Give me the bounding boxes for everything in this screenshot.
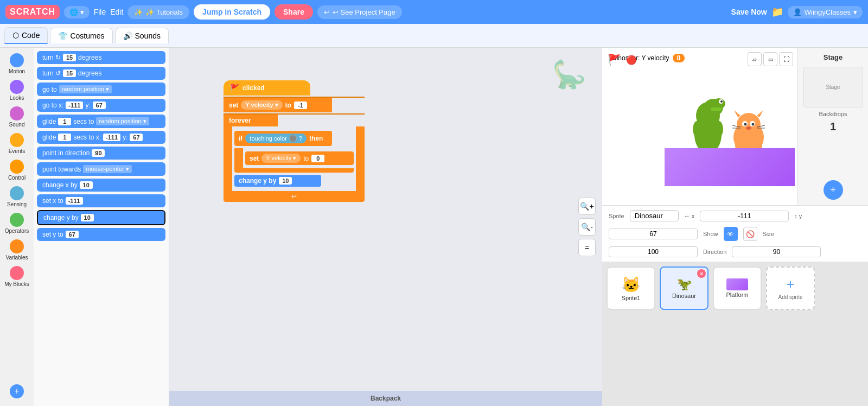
- set-y-velocity-0-block[interactable]: set Y velocity ▾ to 0: [245, 151, 354, 165]
- sprite-card-sprite1[interactable]: 🐱 Sprite1: [607, 267, 655, 310]
- block-turn-cw[interactable]: turn ↻ 15 degrees: [37, 51, 165, 64]
- turn-ccw-value[interactable]: 15: [63, 69, 76, 77]
- sprite-x-input[interactable]: [700, 211, 789, 221]
- sprite-card-dinosaur[interactable]: ✕ 🦖 Dinosaur: [660, 267, 709, 310]
- y-velocity-dropdown[interactable]: Y velocity ▾: [241, 100, 282, 110]
- add-extension-button[interactable]: +: [2, 382, 32, 401]
- y-velocity-val[interactable]: -1: [294, 101, 307, 109]
- forever-block[interactable]: forever: [224, 115, 278, 126]
- go-to-y-value[interactable]: 67: [93, 101, 106, 109]
- block-turn-ccw[interactable]: turn ↺ 15 degrees: [37, 67, 165, 80]
- block-glide-xy[interactable]: glide 1 secs to x: -111 y: 67: [37, 131, 165, 144]
- small-stage-button[interactable]: ▱: [748, 52, 762, 66]
- sprite-size-input[interactable]: [609, 246, 698, 257]
- category-my-blocks[interactable]: My Blocks: [2, 264, 32, 289]
- category-variables-label: Variables: [6, 255, 28, 261]
- folder-icon[interactable]: 📁: [771, 6, 783, 18]
- block-change-y[interactable]: change y by 10: [37, 210, 165, 225]
- jump-in-scratch-button[interactable]: Jump in Scratch: [194, 4, 270, 20]
- category-operators[interactable]: Operators: [2, 211, 32, 236]
- when-flag-clicked-block[interactable]: 🚩 clicked: [224, 80, 310, 96]
- delete-dinosaur-button[interactable]: ✕: [697, 269, 706, 278]
- share-button[interactable]: Share: [275, 4, 313, 20]
- svg-point-17: [744, 123, 747, 126]
- add-sprite-button[interactable]: + Add sprite: [766, 267, 815, 310]
- save-now-button[interactable]: Save Now: [731, 8, 767, 16]
- glide-xy-y[interactable]: 67: [130, 134, 143, 141]
- add-backdrop-button[interactable]: +: [824, 180, 843, 200]
- y-velocity-0-val[interactable]: 0: [311, 155, 324, 162]
- turn-cw-value[interactable]: 15: [63, 54, 76, 61]
- glide-secs-value[interactable]: 1: [58, 118, 71, 125]
- block-go-to[interactable]: go to random position ▾: [37, 83, 165, 96]
- block-point-direction[interactable]: point in direction 90: [37, 147, 165, 160]
- set-y-value[interactable]: 67: [66, 231, 79, 238]
- variable-indicator-value: 0: [673, 54, 685, 62]
- glide-xy-secs[interactable]: 1: [58, 134, 71, 141]
- change-x-value[interactable]: 10: [80, 181, 93, 189]
- block-change-x[interactable]: change x by 10: [37, 179, 165, 192]
- file-menu[interactable]: File: [94, 8, 106, 16]
- category-looks[interactable]: Looks: [2, 78, 32, 103]
- if-block[interactable]: if touching color ? then: [234, 131, 332, 146]
- color-swatch[interactable]: [289, 135, 297, 142]
- backpack-bar[interactable]: Backpack: [169, 391, 602, 406]
- edit-menu[interactable]: Edit: [110, 8, 123, 16]
- show-hidden-button[interactable]: 🚫: [743, 227, 757, 241]
- see-project-page-button[interactable]: ↩ ↩ See Project Page: [317, 5, 402, 19]
- stop-button[interactable]: 🔴: [624, 52, 639, 67]
- point-towards-dropdown[interactable]: mouse-pointer ▾: [83, 165, 131, 173]
- y-coord-label: ↕ y: [794, 213, 802, 219]
- scratch-logo[interactable]: SCRATCH: [5, 5, 60, 19]
- category-my-blocks-label: My Blocks: [4, 281, 29, 287]
- tab-sounds[interactable]: 🔊 Sounds: [115, 28, 169, 43]
- point-direction-value[interactable]: 90: [92, 149, 105, 157]
- stage-and-side: 🚩 🔴 ▱ ▭ ⛶ Dinosaur: Y velocity 0: [602, 48, 868, 205]
- change-y-value[interactable]: 10: [81, 214, 94, 221]
- category-motion[interactable]: Motion: [2, 51, 32, 77]
- fullscreen-button[interactable]: ⛶: [779, 52, 793, 66]
- tab-costumes[interactable]: 👕 Costumes: [50, 28, 112, 43]
- category-events[interactable]: Events: [2, 131, 32, 156]
- normal-stage-button[interactable]: ▭: [763, 52, 777, 66]
- block-point-towards[interactable]: point towards mouse-pointer ▾: [37, 162, 165, 176]
- right-panel: 🚩 🔴 ▱ ▭ ⛶ Dinosaur: Y velocity 0: [602, 48, 868, 406]
- show-visible-button[interactable]: 👁: [724, 227, 738, 241]
- go-to-x-value[interactable]: -111: [66, 101, 83, 109]
- turn-ccw-label: turn ↺: [42, 69, 61, 77]
- globe-button[interactable]: 🌐 ▾: [64, 6, 90, 18]
- sprite-card-platform[interactable]: Platform: [713, 267, 762, 310]
- block-set-y[interactable]: set y to 67: [37, 228, 165, 241]
- tutorials-button[interactable]: ✨ ✨ Tutorials: [127, 5, 189, 19]
- sprite-label: Sprite: [609, 213, 624, 219]
- tab-code[interactable]: ⬡ Code: [4, 27, 48, 44]
- category-sound[interactable]: Sound: [2, 104, 32, 130]
- y-velocity-0-dropdown[interactable]: Y velocity ▾: [261, 154, 301, 163]
- change-y-by-val[interactable]: 10: [279, 177, 292, 185]
- green-flag-button[interactable]: 🚩: [607, 52, 622, 67]
- zoom-in-button[interactable]: 🔍+: [578, 198, 596, 215]
- set-y-velocity-block[interactable]: set Y velocity ▾ to -1: [224, 98, 332, 112]
- user-menu[interactable]: 👤 WiingyClasses ▾: [788, 6, 863, 18]
- scratch-program-blocks: 🚩 clicked set Y velocity ▾ to -1 forever: [224, 80, 365, 202]
- block-glide-to[interactable]: glide 1 secs to random position ▾: [37, 115, 165, 128]
- zoom-out-button[interactable]: 🔍-: [578, 218, 596, 236]
- sprite-y-input[interactable]: [609, 229, 698, 239]
- sprite-name-input[interactable]: [630, 210, 679, 221]
- category-control[interactable]: Control: [2, 157, 32, 183]
- fit-screen-button[interactable]: =: [578, 239, 596, 256]
- if-block-bottom: [234, 168, 354, 173]
- touching-color-block[interactable]: touching color ?: [245, 134, 307, 143]
- change-y-by-block[interactable]: change y by 10: [234, 175, 321, 187]
- glide-to-dropdown[interactable]: random position ▾: [96, 117, 149, 125]
- category-sensing[interactable]: Sensing: [2, 184, 32, 210]
- block-set-x[interactable]: set x to -111: [37, 194, 165, 207]
- block-go-to-xy[interactable]: go to x: -111 y: 67: [37, 99, 165, 112]
- category-variables[interactable]: Variables: [2, 237, 32, 263]
- svg-point-8: [714, 121, 723, 137]
- go-to-dropdown[interactable]: random position ▾: [59, 85, 112, 93]
- stage-thumbnail[interactable]: Stage: [803, 67, 863, 107]
- set-x-value[interactable]: -111: [66, 197, 83, 205]
- sprite-direction-input[interactable]: [732, 246, 821, 257]
- glide-xy-x[interactable]: -111: [103, 134, 120, 141]
